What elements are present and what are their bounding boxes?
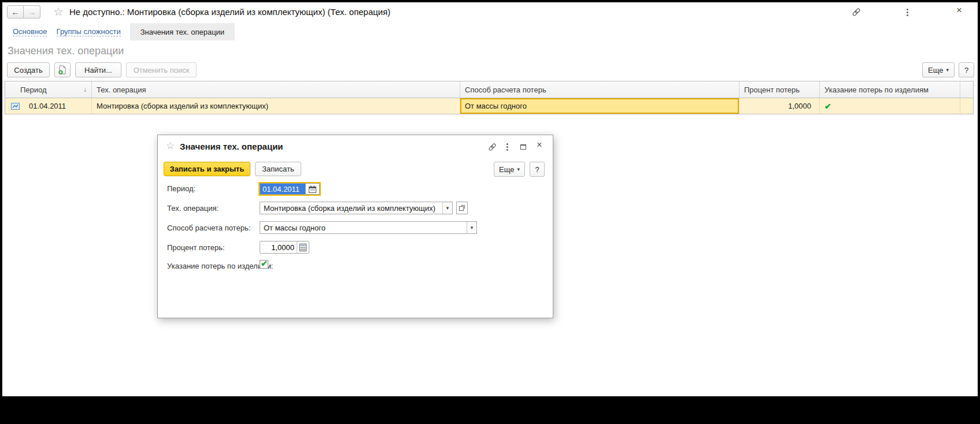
cell-period[interactable]: 01.04.2011	[5, 98, 92, 114]
loss-method-label: Способ расчета потерь:	[167, 224, 250, 232]
list-table: Период ↓ Тех. операция Способ расчета по…	[5, 81, 974, 114]
chevron-down-icon: ▾	[471, 225, 474, 230]
table-header-row: Период ↓ Тех. операция Способ расчета по…	[5, 81, 973, 98]
loss-percent-label: Процент потерь:	[167, 243, 225, 252]
period-field-focus-ring: 01.04.2011	[258, 182, 321, 196]
forward-icon: →	[28, 8, 36, 17]
tab-operation-values[interactable]: Значения тех. операции	[130, 23, 235, 40]
dialog-help-button[interactable]: ?	[530, 162, 545, 177]
loss-percent-field: 1,0000	[260, 241, 309, 254]
create-button[interactable]: Создать	[7, 62, 50, 77]
back-button[interactable]: ←	[7, 5, 24, 18]
kebab-icon	[506, 143, 508, 151]
column-header-filler	[960, 81, 973, 98]
screen: ← → ☆ Не доступно.: Монтировка (сборка и…	[0, 0, 980, 424]
find-button[interactable]: Найти...	[75, 62, 121, 77]
more-label: Еще	[928, 66, 943, 75]
close-icon[interactable]: ×	[954, 5, 964, 16]
list-toolbar: Создать Найти... Отменить поиск Еще ▾ ?	[2, 62, 978, 78]
window-titlebar: ← → ☆ Не доступно.: Монтировка (сборка и…	[2, 2, 978, 22]
page-title: Значения тех. операции	[8, 45, 124, 57]
dialog-more-button[interactable]: Еще ▾	[494, 162, 525, 177]
link-icon	[488, 143, 497, 151]
calculator-button[interactable]	[297, 241, 309, 253]
column-header-operation[interactable]: Тех. операция	[92, 81, 460, 98]
field-row-loss-by-products: Указание потерь по изделиям: ✔	[158, 259, 553, 273]
period-input[interactable]: 01.04.2011	[260, 184, 305, 194]
operation-open-button[interactable]	[456, 202, 468, 214]
cell-loss-by-products[interactable]: ✔	[820, 98, 960, 114]
maximize-icon	[520, 144, 526, 150]
list-help-button[interactable]: ?	[959, 62, 974, 77]
loss-percent-input[interactable]: 1,0000	[260, 241, 297, 253]
dialog-favorite-star-icon[interactable]: ☆	[166, 140, 175, 152]
more-label: Еще	[499, 165, 514, 174]
save-and-close-button[interactable]: Записать и закрыть	[164, 162, 250, 176]
tab-complexity-groups[interactable]: Группы сложности	[57, 27, 121, 36]
period-label: Период:	[167, 184, 195, 193]
operation-combo[interactable]: Монтировка (сборка изделий из комплектую…	[260, 202, 453, 214]
document-plus-icon	[58, 65, 67, 75]
checkmark-icon: ✔	[261, 259, 268, 268]
column-header-loss-by-products[interactable]: Указание потерь по изделиям	[820, 81, 960, 98]
link-icon	[852, 8, 861, 17]
cell-filler	[960, 98, 973, 114]
save-button[interactable]: Записать	[255, 162, 301, 176]
calendar-icon	[309, 185, 316, 193]
cell-loss-percent[interactable]: 1,0000	[739, 98, 820, 114]
section-tabs: Основное Группы сложности Значения тех. …	[2, 23, 978, 40]
operation-dropdown-button[interactable]: ▾	[442, 202, 452, 214]
loss-by-products-label: Указание потерь по изделиям:	[167, 262, 273, 270]
current-cell-highlight[interactable]: От массы годного	[460, 98, 739, 114]
field-row-loss-method: Способ расчета потерь: От массы годного …	[158, 221, 553, 235]
calculator-icon	[299, 244, 306, 251]
app-window: ← → ☆ Не доступно.: Монтировка (сборка и…	[2, 2, 978, 396]
check-icon: ✔	[824, 102, 831, 111]
sort-desc-icon: ↓	[83, 85, 87, 94]
history-nav: ← →	[7, 5, 40, 18]
operation-value[interactable]: Монтировка (сборка изделий из комплектую…	[260, 202, 442, 214]
dialog-maximize-icon[interactable]	[518, 142, 528, 152]
back-icon: ←	[12, 8, 20, 17]
forward-button[interactable]: →	[24, 5, 40, 18]
column-header-period[interactable]: Период ↓	[5, 81, 92, 98]
open-in-new-icon	[458, 204, 465, 211]
tab-main[interactable]: Основное	[13, 27, 47, 36]
field-row-period: Период: 01.04.2011	[158, 182, 553, 196]
chevron-down-icon: ▾	[446, 205, 449, 211]
cell-loss-method[interactable]: От массы годного	[460, 98, 739, 114]
get-link-icon[interactable]	[851, 7, 861, 17]
chevron-down-icon: ▾	[946, 67, 949, 73]
dialog-more-menu-icon[interactable]	[502, 142, 512, 152]
kebab-icon	[907, 9, 908, 16]
operation-label: Тех. операция:	[167, 204, 219, 213]
record-dialog: ☆ Значения тех. операции × Записать и за…	[157, 135, 553, 318]
column-header-loss-method[interactable]: Способ расчета потерь	[460, 81, 739, 98]
record-marker-icon	[11, 103, 20, 110]
dialog-title: Значения тех. операции	[180, 142, 283, 151]
field-row-operation: Тех. операция: Монтировка (сборка издели…	[158, 202, 553, 215]
loss-method-combo[interactable]: От массы годного ▾	[260, 221, 477, 234]
more-menu-icon[interactable]	[902, 7, 912, 17]
period-value: 01.04.2011	[29, 102, 66, 110]
favorite-star-icon[interactable]: ☆	[53, 5, 64, 18]
window-title: Не доступно.: Монтировка (сборка изделий…	[69, 2, 390, 22]
column-header-loss-percent[interactable]: Процент потерь	[739, 81, 820, 98]
column-label: Период	[20, 85, 47, 94]
list-more-button[interactable]: Еще ▾	[922, 62, 955, 77]
create-new-icon-button[interactable]	[54, 62, 71, 77]
loss-by-products-checkbox[interactable]: ✔	[260, 260, 268, 269]
chevron-down-icon: ▾	[517, 166, 520, 172]
loss-method-value[interactable]: От массы годного	[260, 222, 467, 233]
loss-method-dropdown-button[interactable]: ▾	[467, 222, 476, 233]
calendar-picker-button[interactable]	[305, 184, 319, 194]
cell-operation[interactable]: Монтировка (сборка изделий из комплектую…	[92, 98, 460, 114]
dialog-close-icon[interactable]: ×	[534, 140, 545, 150]
field-row-loss-percent: Процент потерь: 1,0000	[158, 241, 553, 255]
dialog-get-link-icon[interactable]	[487, 142, 497, 152]
cancel-search-button[interactable]: Отменить поиск	[126, 62, 197, 77]
table-row[interactable]: 01.04.2011 Монтировка (сборка изделий из…	[5, 98, 973, 114]
